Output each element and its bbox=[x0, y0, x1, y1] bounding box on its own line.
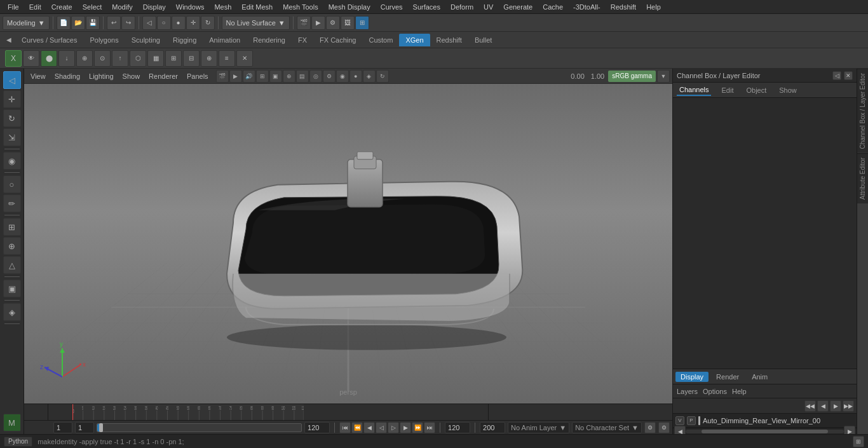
vp-icon-film[interactable]: ▶ bbox=[229, 70, 242, 83]
vp-value1[interactable]: 0.00 bbox=[568, 72, 587, 80]
tab-rigging[interactable]: Rigging bbox=[166, 34, 203, 46]
viewport-menu-lighting[interactable]: Lighting bbox=[85, 71, 118, 81]
layer-scrollbar[interactable]: ◀ ▶ bbox=[673, 428, 857, 434]
vp-colorspace[interactable]: sRGB gamma bbox=[608, 71, 656, 82]
tab-animation[interactable]: Animation bbox=[203, 34, 247, 46]
live-surface-dropdown[interactable]: No Live Surface ▼ bbox=[222, 16, 290, 30]
ch-tab-object[interactable]: Object bbox=[743, 85, 769, 95]
lasso-select[interactable]: ○ bbox=[3, 175, 21, 193]
vp-icon-7[interactable]: ◉ bbox=[336, 70, 349, 83]
menu-windows[interactable]: Windows bbox=[171, 2, 210, 12]
frame-start-field[interactable]: 1 bbox=[53, 422, 72, 433]
move-tool[interactable]: ✛ bbox=[3, 90, 21, 108]
lasso-btn[interactable]: ○ bbox=[157, 16, 171, 30]
render-btn[interactable]: 🎬 bbox=[297, 16, 311, 30]
vp-icon-2[interactable]: ▣ bbox=[269, 70, 282, 83]
menu-edit[interactable]: Edit bbox=[24, 2, 46, 12]
layer-playback-btn[interactable]: P bbox=[687, 416, 696, 425]
timeline-numbers[interactable]: 0 5 10 15 20 25 30 bbox=[72, 404, 304, 420]
scroll-right-btn[interactable]: ▶ bbox=[844, 426, 855, 435]
vp-icon-6[interactable]: ⚙ bbox=[323, 70, 336, 83]
menu-curves[interactable]: Curves bbox=[376, 2, 408, 12]
redo-btn[interactable]: ↪ bbox=[121, 16, 135, 30]
menu-display[interactable]: Display bbox=[138, 2, 171, 12]
timeline[interactable]: 0 5 10 15 20 25 30 bbox=[24, 404, 672, 420]
menu-redshift[interactable]: Redshift bbox=[606, 2, 641, 12]
playback-end2-field[interactable]: 200 bbox=[480, 422, 505, 433]
menu-surfaces[interactable]: Surfaces bbox=[408, 2, 445, 12]
layer-tab-display[interactable]: Display bbox=[675, 372, 709, 382]
vp-icon-1[interactable]: ⊞ bbox=[256, 70, 269, 83]
menu-cache[interactable]: Cache bbox=[538, 2, 568, 12]
rotate-btn[interactable]: ↻ bbox=[201, 16, 215, 30]
ipr-btn[interactable]: ▶ bbox=[311, 16, 325, 30]
xgen-btn-3[interactable]: ⬤ bbox=[41, 50, 57, 67]
layer-nav-next[interactable]: ▶ bbox=[830, 400, 841, 412]
xgen-btn-11[interactable]: ⊟ bbox=[183, 50, 200, 67]
ch-tab-show[interactable]: Show bbox=[776, 85, 799, 95]
rotate-tool[interactable]: ↻ bbox=[3, 109, 21, 127]
snap-surface[interactable]: △ bbox=[3, 256, 21, 274]
char-set-dropdown[interactable]: No Character Set ▼ bbox=[572, 422, 642, 433]
script-editor-btn[interactable]: ⊞ bbox=[853, 436, 864, 447]
vp-icon-camera[interactable]: 🎬 bbox=[216, 70, 229, 83]
frame-end-field[interactable]: 120 bbox=[304, 422, 330, 433]
xray[interactable]: ◈ bbox=[3, 303, 21, 321]
viewport-btn[interactable]: ⊞ bbox=[355, 16, 369, 30]
panel-close-btn[interactable]: ✕ bbox=[844, 71, 853, 80]
tab-bullet[interactable]: Bullet bbox=[468, 34, 499, 46]
vertical-tab-channel-box[interactable]: Channel Box / Layer Editor bbox=[857, 69, 868, 153]
tab-rendering[interactable]: Rendering bbox=[247, 34, 292, 46]
scrollbar-track[interactable] bbox=[686, 430, 844, 433]
layer-opt-layers[interactable]: Layers bbox=[677, 388, 698, 395]
menu-file[interactable]: File bbox=[3, 2, 24, 12]
menu-deform[interactable]: Deform bbox=[445, 2, 478, 12]
xgen-btn-1[interactable]: X bbox=[5, 50, 22, 67]
xgen-btn-6[interactable]: ⊙ bbox=[94, 50, 111, 67]
layer-tab-render[interactable]: Render bbox=[711, 372, 744, 382]
layer-opt-help[interactable]: Help bbox=[732, 388, 747, 395]
xgen-btn-4[interactable]: ↓ bbox=[58, 50, 75, 67]
step-back-btn[interactable]: ◀ bbox=[363, 422, 375, 433]
viewport-menu-renderer[interactable]: Renderer bbox=[145, 71, 182, 81]
vp-value2[interactable]: 1.00 bbox=[588, 72, 607, 80]
playback-slider[interactable] bbox=[97, 423, 302, 432]
render-settings-btn[interactable]: ⚙ bbox=[326, 16, 340, 30]
python-tab[interactable]: Python bbox=[4, 437, 32, 447]
move-btn[interactable]: ✛ bbox=[186, 16, 200, 30]
render-region[interactable]: ▣ bbox=[3, 280, 21, 297]
viewport-menu-show[interactable]: Show bbox=[119, 71, 144, 81]
vertical-tab-attribute-editor[interactable]: Attribute Editor bbox=[857, 153, 868, 203]
tab-custom[interactable]: Custom bbox=[363, 34, 400, 46]
goto-end-btn[interactable]: ⏭ bbox=[424, 422, 435, 433]
frame-current-field[interactable]: 1 bbox=[75, 422, 94, 433]
viewport[interactable]: View Shading Lighting Show Renderer Pane… bbox=[24, 69, 672, 404]
workspace-dropdown[interactable]: Modeling ▼ bbox=[3, 16, 50, 30]
tab-curves-surfaces[interactable]: Curves / Surfaces bbox=[15, 34, 83, 46]
paint-btn[interactable]: ● bbox=[172, 16, 186, 30]
tab-sculpting[interactable]: Sculpting bbox=[125, 34, 166, 46]
snap-point[interactable]: ⊕ bbox=[3, 237, 21, 255]
tab-redshift[interactable]: Redshift bbox=[430, 34, 468, 46]
menu-select[interactable]: Select bbox=[78, 2, 107, 12]
menu-modify[interactable]: Modify bbox=[107, 2, 137, 12]
paint-select[interactable]: ✏ bbox=[3, 194, 21, 212]
layer-name[interactable]: Auto_Dimming_Rear_View_Mirror_00 bbox=[703, 417, 854, 424]
scale-tool[interactable]: ⇲ bbox=[3, 128, 21, 146]
layer-nav-prev[interactable]: ◀ bbox=[817, 400, 829, 412]
anim-settings-btn[interactable]: ⚙ bbox=[644, 422, 656, 433]
menu-edit-mesh[interactable]: Edit Mesh bbox=[236, 2, 278, 12]
viewport-menu-shading[interactable]: Shading bbox=[51, 71, 84, 81]
xgen-btn-5[interactable]: ⊕ bbox=[76, 50, 93, 67]
xgen-btn-12[interactable]: ⊕ bbox=[201, 50, 217, 67]
select-tool[interactable]: ◁ bbox=[3, 71, 21, 89]
vp-icon-5[interactable]: ◎ bbox=[309, 70, 322, 83]
tab-fx-caching[interactable]: FX Caching bbox=[313, 34, 362, 46]
xgen-btn-14[interactable]: ✕ bbox=[236, 50, 253, 67]
viewport-menu-view[interactable]: View bbox=[27, 71, 50, 81]
vp-icon-audio[interactable]: 🔊 bbox=[243, 70, 255, 83]
xgen-btn-9[interactable]: ▦ bbox=[147, 50, 164, 67]
goto-start-btn[interactable]: ⏮ bbox=[339, 422, 351, 433]
vp-icon-8[interactable]: ◈ bbox=[363, 70, 376, 83]
command-line[interactable]: makeIdentity -apply true -t 1 -r 1 -s 1 … bbox=[37, 438, 848, 445]
